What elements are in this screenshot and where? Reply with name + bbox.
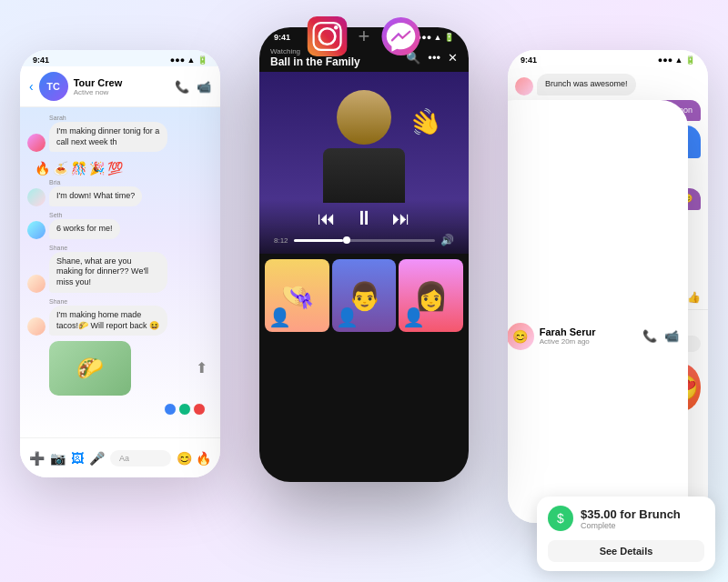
participant-thumb-1[interactable]: 👒 — [265, 259, 329, 332]
photo-icon[interactable]: 🖼 — [71, 451, 84, 466]
right-msg-1-wrap: Brunch was awesome! — [515, 74, 636, 95]
participant-thumb-2[interactable]: 👨 — [332, 259, 397, 332]
left-status-bar: 9:41 ●●● ▲ 🔋 — [20, 50, 220, 66]
video-progress: 8:12 🔊 — [274, 234, 454, 246]
right-contact-name: Farah Serur — [540, 326, 637, 337]
main-video-area: 👋 ⏮ ⏸ ⏭ 8:12 🔊 — [259, 72, 469, 254]
participant-thumbnails: 👒 👨 👩 — [259, 254, 469, 337]
msg-received-shane-2: I'm making home made tacos!🌮 Will report… — [27, 306, 213, 336]
group-status: Active now — [74, 88, 169, 96]
camera-icon[interactable]: 📷 — [50, 451, 66, 466]
fire-icon[interactable]: 🔥 — [196, 451, 211, 466]
mic-icon[interactable]: 🎤 — [89, 451, 105, 466]
video-person-view: 👋 ⏮ ⏸ ⏭ 8:12 🔊 — [259, 72, 469, 254]
sender-label-sarah: Sarah — [49, 115, 213, 121]
see-details-button[interactable]: See Details — [548, 540, 704, 562]
thumb-person-1: 👒 — [265, 259, 329, 332]
payment-details: $35.00 for Brunch Complete — [581, 507, 681, 530]
add-icon[interactable]: ➕ — [29, 451, 45, 466]
thumb-person-3: 👩 — [399, 259, 463, 332]
center-signal: ●●● ▲ 🔋 — [417, 33, 454, 42]
left-phone: 9:41 ●●● ▲ 🔋 ‹ TC Tour Crew Active now 📞… — [20, 50, 220, 477]
right-phone: 9:41 ●●● ▲ 🔋 ‹ 😊 Farah Serur Active 20m … — [508, 50, 708, 523]
instagram-logo — [308, 16, 348, 56]
more-options-icon[interactable]: ••• — [428, 51, 440, 65]
progress-bar-background[interactable] — [294, 239, 435, 242]
sender-label-bria: Bria — [49, 179, 213, 186]
group-name: Tour Crew — [74, 77, 169, 88]
back-arrow-icon[interactable]: ‹ — [29, 79, 34, 94]
food-image — [49, 341, 131, 396]
waving-hand: 👋 — [405, 104, 445, 143]
right-msg-1: Brunch was awesome! — [515, 74, 701, 95]
msg-received-1: I'm making dinner tonig for a call next … — [27, 122, 213, 152]
avatar-sarah — [27, 134, 46, 152]
volume-icon[interactable]: 🔊 — [440, 234, 454, 246]
right-like-icon[interactable]: 👍 — [687, 291, 701, 304]
left-signal: ●●● ▲ 🔋 — [170, 55, 207, 65]
emoji-reaction-row: 🔥 🍝 🎊 🎉 💯 — [27, 157, 213, 179]
avatar-shane-2 — [27, 317, 46, 336]
right-signal: ●●● ▲ 🔋 — [658, 55, 695, 65]
header-action-icons: 📞 📹 — [175, 80, 211, 94]
seen-avatar-1 — [164, 403, 177, 416]
fastforward-icon[interactable]: ⏭ — [392, 208, 410, 229]
group-avatar: TC — [39, 72, 68, 101]
msg-received-bria: I'm down! What time? — [27, 186, 213, 206]
bubble-bria: I'm down! What time? — [49, 186, 142, 206]
right-video-icon[interactable]: 📹 — [664, 329, 679, 343]
payment-dollar-icon: $ — [548, 506, 573, 531]
center-time: 9:41 — [274, 33, 290, 42]
playback-controls: ⏮ ⏸ ⏭ — [274, 206, 454, 230]
seen-avatar-3 — [193, 403, 206, 416]
sender-label-seth: Seth — [49, 212, 213, 218]
progress-dot — [343, 236, 350, 244]
person-1-emoji: 👒 — [280, 280, 314, 312]
center-phone: 9:41 ●●● ▲ 🔋 Watching Ball in the Family… — [259, 27, 469, 482]
pause-icon[interactable]: ⏸ — [354, 206, 374, 230]
left-time: 9:41 — [33, 55, 49, 65]
close-icon[interactable]: ✕ — [448, 51, 458, 65]
rewind-icon[interactable]: ⏮ — [318, 208, 336, 229]
emoji-input-icon[interactable]: 😊 — [177, 451, 192, 466]
payment-amount-row: $ $35.00 for Brunch Complete — [548, 506, 704, 531]
msg-received-seth: 6 works for me! — [27, 219, 213, 239]
person-head — [337, 90, 391, 145]
svg-point-2 — [334, 25, 338, 29]
left-chat-body: Sarah I'm making dinner tonig for a call… — [20, 107, 220, 444]
bubble-shane-2: I'm making home made tacos!🌮 Will report… — [49, 306, 167, 336]
seen-avatar-2 — [178, 403, 191, 416]
emoji-confetti: 🎉 — [89, 161, 105, 176]
emoji-fire: 🔥 — [35, 161, 50, 176]
emoji-pasta: 🍝 — [53, 161, 68, 176]
message-input[interactable]: Aa — [110, 450, 171, 467]
input-bar-right: 😊 🔥 — [177, 451, 211, 466]
right-status-bar: 9:41 ●●● ▲ 🔋 — [508, 50, 708, 66]
payment-amount-text: $35.00 for Brunch — [581, 507, 681, 521]
video-person-figure — [323, 90, 405, 203]
input-placeholder: Aa — [119, 454, 129, 463]
right-phone-icon[interactable]: 📞 — [642, 329, 657, 343]
payment-card: $ $35.00 for Brunch Complete See Details — [537, 497, 715, 571]
avatar-seth — [27, 221, 46, 239]
bubble-seth: 6 works for me! — [49, 219, 120, 239]
share-icon[interactable]: ⬆ — [196, 359, 207, 376]
right-chat-header: ‹ 😊 Farah Serur Active 20m ago 📞 📹 — [508, 100, 688, 523]
emoji-100: 💯 — [107, 161, 123, 176]
right-bubble-1: Brunch was awesome! — [537, 74, 636, 95]
avatar-bria — [27, 188, 46, 206]
video-icon[interactable]: 📹 — [197, 80, 211, 94]
chat-header-info: Tour Crew Active now — [74, 77, 169, 96]
person-2-emoji: 👨 — [348, 280, 381, 312]
messenger-logo — [380, 16, 420, 56]
video-controls: ⏮ ⏸ ⏭ 8:12 🔊 — [259, 199, 469, 254]
right-contact-status: Active 20m ago — [540, 337, 637, 346]
msg-received-shane-1: Shane, what are you making for dinner?? … — [27, 252, 213, 293]
participant-thumb-3[interactable]: 👩 — [399, 259, 463, 332]
food-image-message — [49, 341, 213, 396]
right-avatar-1 — [515, 77, 533, 95]
phone-icon[interactable]: 📞 — [175, 80, 189, 94]
left-input-bar: ➕ 📷 🖼 🎤 Aa 😊 🔥 — [20, 437, 220, 477]
emoji-party: 🎊 — [71, 161, 86, 176]
plus-icon: + — [359, 25, 370, 48]
